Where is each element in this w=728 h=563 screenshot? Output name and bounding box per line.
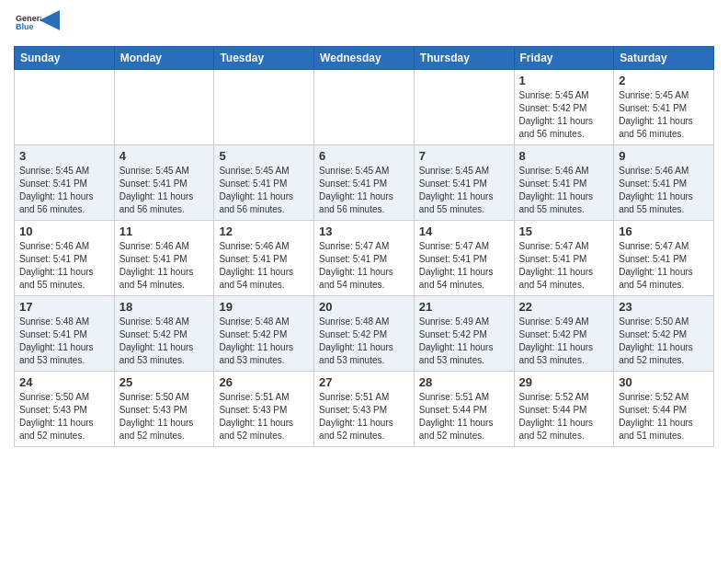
day-info: Sunrise: 5:49 AM Sunset: 5:42 PM Dayligh… xyxy=(419,316,509,367)
day-number: 7 xyxy=(419,149,509,163)
day-number: 3 xyxy=(19,149,109,163)
calendar-cell: 17Sunrise: 5:48 AM Sunset: 5:41 PM Dayli… xyxy=(15,296,115,372)
calendar-cell: 7Sunrise: 5:45 AM Sunset: 5:41 PM Daylig… xyxy=(414,145,514,221)
day-info: Sunrise: 5:52 AM Sunset: 5:44 PM Dayligh… xyxy=(519,391,609,442)
calendar-week-2: 3Sunrise: 5:45 AM Sunset: 5:41 PM Daylig… xyxy=(15,145,714,221)
calendar-header-friday: Friday xyxy=(514,47,614,70)
calendar-cell: 29Sunrise: 5:52 AM Sunset: 5:44 PM Dayli… xyxy=(514,372,614,447)
calendar-cell xyxy=(414,70,514,145)
day-info: Sunrise: 5:48 AM Sunset: 5:42 PM Dayligh… xyxy=(219,316,309,367)
day-number: 28 xyxy=(419,375,509,389)
day-info: Sunrise: 5:47 AM Sunset: 5:41 PM Dayligh… xyxy=(619,240,709,292)
day-info: Sunrise: 5:50 AM Sunset: 5:43 PM Dayligh… xyxy=(119,391,210,442)
day-info: Sunrise: 5:51 AM Sunset: 5:43 PM Dayligh… xyxy=(219,391,309,442)
calendar-cell: 30Sunrise: 5:52 AM Sunset: 5:44 PM Dayli… xyxy=(614,372,714,447)
day-number: 21 xyxy=(419,300,509,314)
day-number: 9 xyxy=(619,149,709,163)
calendar-cell: 2Sunrise: 5:45 AM Sunset: 5:41 PM Daylig… xyxy=(614,70,714,145)
day-info: Sunrise: 5:45 AM Sunset: 5:41 PM Dayligh… xyxy=(319,165,409,216)
day-info: Sunrise: 5:51 AM Sunset: 5:44 PM Dayligh… xyxy=(419,391,509,442)
calendar-cell: 20Sunrise: 5:48 AM Sunset: 5:42 PM Dayli… xyxy=(314,296,415,372)
day-number: 29 xyxy=(519,375,609,389)
day-info: Sunrise: 5:46 AM Sunset: 5:41 PM Dayligh… xyxy=(219,240,309,292)
calendar-cell xyxy=(15,70,115,145)
page: General Blue SundayMondayTuesdayWednesda… xyxy=(0,0,728,456)
day-number: 26 xyxy=(219,375,309,389)
day-number: 20 xyxy=(319,300,409,314)
day-number: 4 xyxy=(119,149,210,163)
day-info: Sunrise: 5:47 AM Sunset: 5:41 PM Dayligh… xyxy=(319,240,409,292)
day-info: Sunrise: 5:45 AM Sunset: 5:41 PM Dayligh… xyxy=(419,165,509,216)
calendar-cell: 19Sunrise: 5:48 AM Sunset: 5:42 PM Dayli… xyxy=(214,296,314,372)
calendar-cell: 23Sunrise: 5:50 AM Sunset: 5:42 PM Dayli… xyxy=(614,296,714,372)
calendar-header-row: SundayMondayTuesdayWednesdayThursdayFrid… xyxy=(15,47,714,70)
logo-arrow-icon xyxy=(40,10,60,30)
calendar-cell: 5Sunrise: 5:45 AM Sunset: 5:41 PM Daylig… xyxy=(214,145,314,221)
day-info: Sunrise: 5:48 AM Sunset: 5:42 PM Dayligh… xyxy=(319,316,409,367)
calendar-week-3: 10Sunrise: 5:46 AM Sunset: 5:41 PM Dayli… xyxy=(15,221,714,296)
day-number: 27 xyxy=(319,375,409,389)
calendar-header-tuesday: Tuesday xyxy=(214,47,314,70)
calendar-week-5: 24Sunrise: 5:50 AM Sunset: 5:43 PM Dayli… xyxy=(15,372,714,447)
day-info: Sunrise: 5:48 AM Sunset: 5:41 PM Dayligh… xyxy=(19,316,109,367)
day-info: Sunrise: 5:45 AM Sunset: 5:41 PM Dayligh… xyxy=(219,165,309,216)
day-number: 23 xyxy=(619,300,709,314)
day-info: Sunrise: 5:49 AM Sunset: 5:42 PM Dayligh… xyxy=(519,316,609,367)
day-number: 22 xyxy=(519,300,609,314)
day-info: Sunrise: 5:45 AM Sunset: 5:41 PM Dayligh… xyxy=(119,165,210,216)
day-number: 14 xyxy=(419,224,509,238)
calendar-cell: 25Sunrise: 5:50 AM Sunset: 5:43 PM Dayli… xyxy=(114,372,214,447)
day-info: Sunrise: 5:45 AM Sunset: 5:41 PM Dayligh… xyxy=(19,165,109,216)
calendar-cell: 3Sunrise: 5:45 AM Sunset: 5:41 PM Daylig… xyxy=(15,145,115,221)
day-info: Sunrise: 5:45 AM Sunset: 5:42 PM Dayligh… xyxy=(519,89,609,141)
calendar-header-wednesday: Wednesday xyxy=(314,47,415,70)
day-number: 25 xyxy=(119,375,210,389)
day-info: Sunrise: 5:47 AM Sunset: 5:41 PM Dayligh… xyxy=(419,240,509,292)
calendar-cell: 22Sunrise: 5:49 AM Sunset: 5:42 PM Dayli… xyxy=(514,296,614,372)
day-number: 2 xyxy=(619,74,709,87)
day-number: 30 xyxy=(619,375,709,389)
calendar-cell: 8Sunrise: 5:46 AM Sunset: 5:41 PM Daylig… xyxy=(514,145,614,221)
logo-icon: General Blue xyxy=(16,9,41,35)
day-number: 17 xyxy=(19,300,109,314)
day-number: 8 xyxy=(519,149,609,163)
svg-text:Blue: Blue xyxy=(16,22,34,31)
calendar-cell: 27Sunrise: 5:51 AM Sunset: 5:43 PM Dayli… xyxy=(314,372,415,447)
day-info: Sunrise: 5:50 AM Sunset: 5:42 PM Dayligh… xyxy=(619,316,709,367)
calendar-cell: 14Sunrise: 5:47 AM Sunset: 5:41 PM Dayli… xyxy=(414,221,514,296)
calendar-cell: 28Sunrise: 5:51 AM Sunset: 5:44 PM Dayli… xyxy=(414,372,514,447)
calendar-cell: 9Sunrise: 5:46 AM Sunset: 5:41 PM Daylig… xyxy=(614,145,714,221)
calendar-header-saturday: Saturday xyxy=(614,47,714,70)
day-info: Sunrise: 5:46 AM Sunset: 5:41 PM Dayligh… xyxy=(119,240,210,292)
calendar-cell: 16Sunrise: 5:47 AM Sunset: 5:41 PM Dayli… xyxy=(614,221,714,296)
day-info: Sunrise: 5:46 AM Sunset: 5:41 PM Dayligh… xyxy=(619,165,709,216)
calendar-week-4: 17Sunrise: 5:48 AM Sunset: 5:41 PM Dayli… xyxy=(15,296,714,372)
day-info: Sunrise: 5:50 AM Sunset: 5:43 PM Dayligh… xyxy=(19,391,109,442)
calendar-cell: 26Sunrise: 5:51 AM Sunset: 5:43 PM Dayli… xyxy=(214,372,314,447)
day-number: 18 xyxy=(119,300,210,314)
day-number: 24 xyxy=(19,375,109,389)
day-number: 13 xyxy=(319,224,409,238)
day-number: 19 xyxy=(219,300,309,314)
calendar-week-1: 1Sunrise: 5:45 AM Sunset: 5:42 PM Daylig… xyxy=(15,70,714,145)
calendar-cell: 24Sunrise: 5:50 AM Sunset: 5:43 PM Dayli… xyxy=(15,372,115,447)
svg-marker-3 xyxy=(40,10,60,30)
calendar-cell: 15Sunrise: 5:47 AM Sunset: 5:41 PM Dayli… xyxy=(514,221,614,296)
calendar-header-thursday: Thursday xyxy=(414,47,514,70)
day-info: Sunrise: 5:52 AM Sunset: 5:44 PM Dayligh… xyxy=(619,391,709,442)
day-info: Sunrise: 5:48 AM Sunset: 5:42 PM Dayligh… xyxy=(119,316,210,367)
day-info: Sunrise: 5:47 AM Sunset: 5:41 PM Dayligh… xyxy=(519,240,609,292)
calendar-cell: 12Sunrise: 5:46 AM Sunset: 5:41 PM Dayli… xyxy=(214,221,314,296)
calendar-cell: 1Sunrise: 5:45 AM Sunset: 5:42 PM Daylig… xyxy=(514,70,614,145)
day-number: 11 xyxy=(119,224,210,238)
header: General Blue xyxy=(14,9,714,39)
logo: General Blue xyxy=(14,9,60,39)
calendar-cell: 6Sunrise: 5:45 AM Sunset: 5:41 PM Daylig… xyxy=(314,145,415,221)
day-number: 15 xyxy=(519,224,609,238)
calendar-cell: 13Sunrise: 5:47 AM Sunset: 5:41 PM Dayli… xyxy=(314,221,415,296)
day-info: Sunrise: 5:45 AM Sunset: 5:41 PM Dayligh… xyxy=(619,89,709,141)
calendar-cell: 18Sunrise: 5:48 AM Sunset: 5:42 PM Dayli… xyxy=(114,296,214,372)
calendar-table: SundayMondayTuesdayWednesdayThursdayFrid… xyxy=(14,46,714,447)
day-info: Sunrise: 5:51 AM Sunset: 5:43 PM Dayligh… xyxy=(319,391,409,442)
day-number: 12 xyxy=(219,224,309,238)
